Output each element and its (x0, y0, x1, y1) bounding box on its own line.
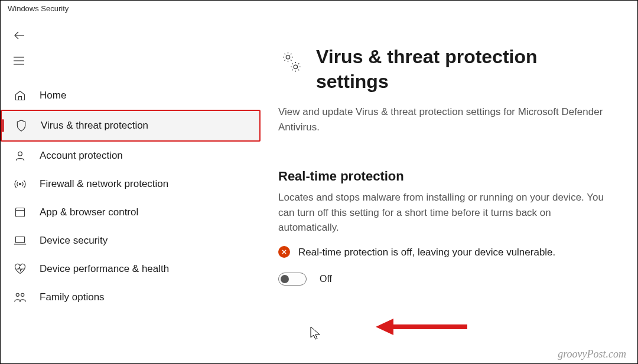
toggle-row: Off (278, 273, 614, 286)
svg-point-11 (21, 293, 24, 296)
sidebar-item-label: Device performance & health (40, 263, 169, 275)
shield-icon (15, 119, 28, 132)
svg-point-5 (19, 183, 21, 185)
sidebar: Home Virus & threat protection Account p… (1, 17, 261, 363)
page-description: View and update Virus & threat protectio… (278, 104, 614, 135)
sidebar-item-label: App & browser control (40, 206, 138, 218)
hamburger-menu-button[interactable] (1, 48, 261, 73)
watermark: groovyPost.com (558, 348, 626, 360)
realtime-toggle[interactable] (278, 273, 307, 286)
home-icon (14, 90, 27, 101)
toggle-state-label: Off (320, 274, 332, 284)
laptop-icon (14, 235, 27, 246)
svg-point-13 (294, 65, 297, 68)
sidebar-item-performance[interactable]: Device performance & health (1, 255, 261, 283)
content-pane: Virus & threat protection settings View … (261, 17, 637, 363)
sidebar-item-account[interactable]: Account protection (1, 142, 261, 170)
svg-rect-6 (16, 208, 25, 217)
sidebar-item-label: Account protection (40, 150, 123, 162)
warning-badge-icon (278, 246, 290, 258)
sidebar-item-firewall[interactable]: Firewall & network protection (1, 170, 261, 198)
app-icon (14, 206, 27, 218)
family-icon (14, 291, 27, 303)
antenna-icon (14, 178, 27, 190)
sidebar-item-home[interactable]: Home (1, 81, 261, 110)
svg-rect-8 (15, 237, 24, 242)
warning-row: Real-time protection is off, leaving you… (278, 245, 614, 260)
sidebar-item-family[interactable]: Family options (1, 283, 261, 311)
back-button[interactable] (1, 22, 261, 48)
page-title: Virus & threat protection settings (316, 45, 614, 94)
warning-text: Real-time protection is off, leaving you… (298, 245, 555, 260)
sidebar-item-label: Device security (40, 235, 108, 247)
back-arrow-icon (14, 31, 25, 40)
sidebar-item-label: Firewall & network protection (40, 178, 168, 190)
settings-gears-icon (278, 45, 304, 78)
section-description: Locates and stops malware from installin… (278, 190, 614, 235)
sidebar-item-label: Home (40, 90, 66, 101)
window: Windows Security (0, 0, 638, 364)
window-title: Windows Security (8, 4, 69, 13)
toggle-knob (281, 275, 289, 283)
realtime-section: Real-time protection Locates and stops m… (278, 169, 614, 286)
highlight-annotation: Virus & threat protection (1, 110, 261, 142)
section-title: Real-time protection (278, 169, 614, 184)
sidebar-item-label: Family options (40, 291, 105, 303)
svg-point-4 (18, 152, 22, 156)
titlebar: Windows Security (1, 1, 637, 17)
sidebar-item-virus-threat[interactable]: Virus & threat protection (2, 111, 259, 140)
sidebar-item-label: Virus & threat protection (41, 120, 148, 132)
nav-list: Home Virus & threat protection Account p… (1, 81, 261, 311)
hamburger-icon (14, 57, 24, 65)
content-header: Virus & threat protection settings (278, 45, 614, 94)
body: Home Virus & threat protection Account p… (1, 17, 637, 363)
sidebar-item-device-security[interactable]: Device security (1, 227, 261, 255)
sidebar-item-app-browser[interactable]: App & browser control (1, 198, 261, 227)
svg-point-12 (286, 55, 289, 59)
person-icon (14, 150, 27, 162)
heartbeat-icon (14, 263, 27, 275)
svg-point-10 (16, 293, 19, 296)
